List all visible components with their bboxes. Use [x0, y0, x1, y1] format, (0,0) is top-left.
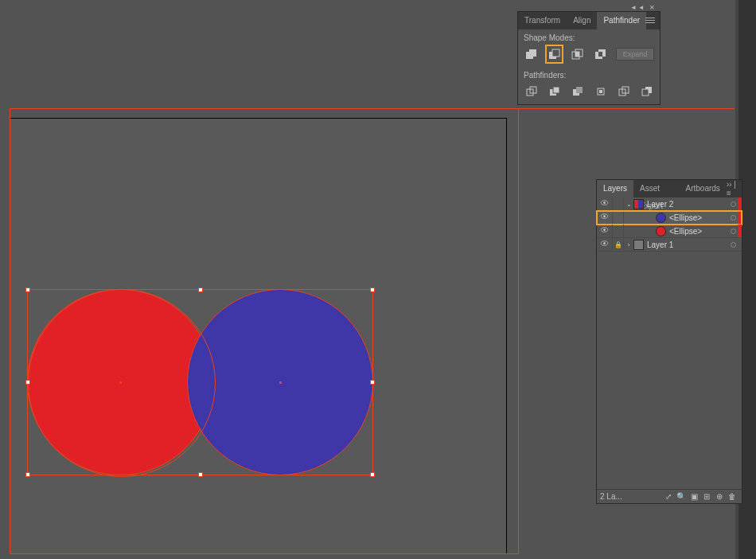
pathfinder-outline-icon[interactable] — [616, 84, 631, 100]
svg-rect-6 — [575, 52, 579, 57]
svg-rect-9 — [598, 52, 602, 57]
handle-top-mid[interactable] — [198, 287, 203, 292]
panel-collapse-icon[interactable]: ›› | ≡ — [727, 180, 742, 197]
svg-rect-17 — [599, 90, 602, 93]
locate-object-icon[interactable]: ⤢ — [662, 492, 675, 501]
artboard[interactable] — [10, 118, 507, 554]
handle-top-left[interactable] — [25, 287, 30, 292]
visibility-toggle-icon[interactable] — [597, 238, 613, 251]
visibility-toggle-icon[interactable] — [597, 225, 613, 237]
shape-mode-minus-front-icon[interactable] — [547, 46, 562, 62]
pathfinder-panel-tabs: Transform Align Pathfinder — [518, 12, 660, 29]
handle-bottom-right[interactable] — [370, 472, 375, 477]
pathfinder-minus-back-icon[interactable] — [639, 84, 654, 100]
layer-row-layer1[interactable]: 🔒 › Layer 1 — [597, 238, 742, 252]
selection-color-indicator — [738, 225, 742, 237]
new-layer-icon[interactable]: ⊕ — [713, 492, 726, 501]
layer-row-ellipse-blue[interactable]: <Ellipse> — [597, 211, 742, 225]
panel-dock-icons[interactable]: ◄◄ ✕ — [630, 4, 657, 11]
shape-mode-exclude-icon[interactable] — [593, 46, 608, 62]
pathfinder-trim-icon[interactable] — [547, 84, 562, 100]
handle-bottom-mid[interactable] — [198, 472, 203, 477]
selection-color-indicator — [738, 211, 742, 224]
lock-toggle[interactable] — [613, 197, 624, 210]
pathfinder-crop-icon[interactable] — [593, 84, 608, 100]
pathfinders-label: Pathfinders: — [518, 67, 660, 81]
target-icon[interactable] — [731, 242, 736, 248]
shape-modes-row: Expand — [518, 44, 660, 67]
tab-align[interactable]: Align — [567, 12, 597, 29]
pathfinder-panel: ◄◄ ✕ Transform Align Pathfinder Shape Mo… — [517, 11, 661, 105]
layer-list: ⌄ Layer 2 <Ellipse> <Ellipse> � — [597, 197, 742, 489]
guide-horizontal — [10, 108, 735, 109]
handle-bottom-left[interactable] — [25, 472, 30, 477]
tab-pathfinder[interactable]: Pathfinder — [597, 12, 646, 29]
lock-toggle[interactable] — [613, 225, 624, 237]
layers-panel-tabs: Layers Asset Export Artboards ›› | ≡ — [597, 180, 742, 197]
delete-layer-icon[interactable]: 🗑 — [726, 492, 738, 501]
lock-toggle-icon[interactable]: 🔒 — [613, 238, 624, 251]
svg-point-25 — [603, 215, 606, 217]
layer-thumbnail — [656, 213, 666, 223]
svg-rect-3 — [552, 49, 559, 57]
target-icon[interactable] — [731, 201, 736, 207]
svg-point-29 — [603, 242, 606, 244]
layer-name[interactable]: Layer 1 — [647, 240, 731, 249]
svg-rect-13 — [553, 87, 559, 93]
pathfinders-row — [518, 81, 660, 104]
tab-asset-export[interactable]: Asset Export — [633, 180, 680, 197]
tab-transform[interactable]: Transform — [518, 12, 567, 29]
layer-name[interactable]: <Ellipse> — [669, 227, 731, 236]
layer-thumbnail — [656, 226, 666, 236]
svg-point-23 — [603, 201, 606, 204]
disclosure-toggle-icon[interactable]: ⌄ — [624, 201, 633, 208]
svg-rect-21 — [642, 89, 649, 96]
selection-color-indicator — [738, 238, 742, 251]
svg-point-27 — [603, 229, 606, 231]
disclosure-toggle-icon[interactable]: › — [624, 241, 633, 248]
lock-toggle[interactable] — [613, 211, 624, 224]
new-sublayer-icon[interactable]: ⊞ — [700, 492, 713, 501]
layers-panel-footer: 2 La... ⤢ 🔍 ▣ ⊞ ⊕ 🗑 — [597, 489, 742, 503]
pathfinder-merge-icon[interactable] — [570, 84, 585, 100]
pathfinder-divide-icon[interactable] — [524, 84, 539, 100]
svg-rect-15 — [576, 87, 583, 93]
layers-panel: Layers Asset Export Artboards ›› | ≡ ⌄ L… — [596, 179, 742, 504]
target-icon[interactable] — [731, 229, 736, 234]
svg-rect-1 — [529, 49, 536, 57]
shape-mode-intersect-icon[interactable] — [570, 46, 585, 62]
layer-thumbnail — [633, 240, 644, 250]
layer-name[interactable]: <Ellipse> — [669, 213, 731, 222]
tab-layers[interactable]: Layers — [597, 180, 633, 197]
make-clipping-mask-icon[interactable]: ▣ — [688, 492, 700, 501]
visibility-toggle-icon[interactable] — [597, 197, 613, 210]
tab-artboards[interactable]: Artboards — [680, 180, 727, 197]
shape-modes-label: Shape Modes: — [518, 29, 660, 44]
center-point-red — [119, 381, 122, 384]
selection-color-indicator — [738, 197, 742, 210]
layer-row-ellipse-red[interactable]: <Ellipse> — [597, 225, 742, 238]
layer-count-label: 2 La... — [600, 492, 622, 501]
layer-thumbnail — [633, 199, 644, 209]
shape-mode-unite-icon[interactable] — [524, 46, 539, 62]
panel-menu-icon[interactable] — [644, 14, 657, 25]
layer-name[interactable]: Layer 2 — [647, 200, 731, 209]
expand-button: Expand — [616, 48, 654, 61]
handle-top-right[interactable] — [370, 287, 375, 292]
visibility-toggle-icon[interactable] — [597, 211, 613, 224]
target-icon[interactable] — [731, 215, 736, 221]
center-point-blue — [279, 381, 282, 384]
layer-row-layer2[interactable]: ⌄ Layer 2 — [597, 197, 742, 211]
search-icon[interactable]: 🔍 — [675, 492, 688, 501]
